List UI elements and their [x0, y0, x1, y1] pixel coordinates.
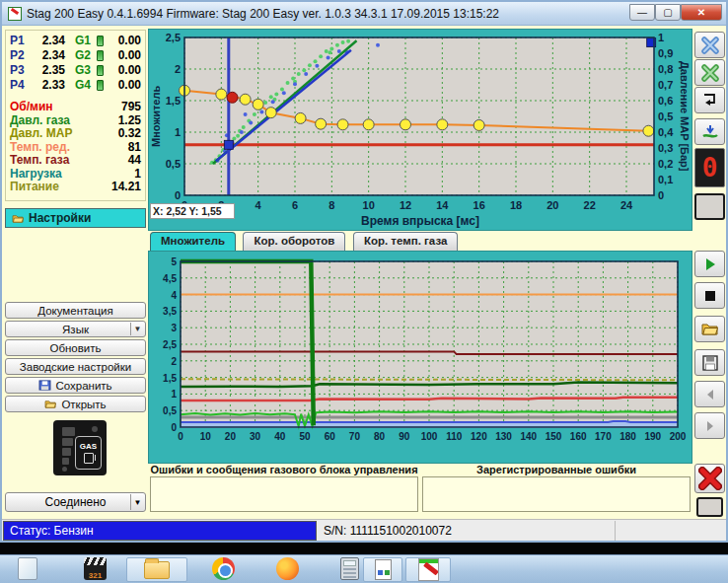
param-row: Питание14.21: [10, 181, 141, 194]
taskbar-stag-button[interactable]: [405, 557, 451, 582]
svg-text:1: 1: [175, 126, 181, 138]
svg-text:30: 30: [250, 431, 261, 442]
small-gray-button[interactable]: [696, 497, 723, 517]
svg-text:0,9: 0,9: [658, 47, 673, 59]
tab-rpm-correction[interactable]: Кор. оборотов: [243, 232, 345, 251]
open-folder-icon: [12, 213, 25, 224]
taskbar-viewer-button[interactable]: [363, 557, 402, 582]
title-bar[interactable]: Stag 200 Easy 0.4.1.6994 Firmware: Stag …: [2, 2, 726, 26]
taskbar-chrome-icon[interactable]: [212, 557, 235, 580]
factory-settings-button[interactable]: Заводские настройки: [5, 358, 146, 375]
taskbar-media-player-icon[interactable]: 321: [84, 557, 107, 580]
gas-switch-button[interactable]: GAS: [75, 436, 102, 470]
green-cross-button[interactable]: [694, 59, 725, 86]
svg-text:8: 8: [328, 199, 334, 211]
fuel-status-badge: Статус: Бензин: [3, 521, 317, 541]
injector-icon: [97, 36, 104, 46]
loop-button[interactable]: [694, 87, 725, 113]
live-parameters-panel: P1 2.34 G1 0.00 P2 2.34 G2 0.00 P3 2.35 …: [5, 30, 146, 201]
multiplier-plot[interactable]: 02468101214161820222400,511,522,500,10,2…: [149, 30, 693, 232]
tab-gas-temp-correction[interactable]: Кор. темп. газа: [353, 232, 458, 251]
language-button[interactable]: Язык ▼: [5, 321, 146, 337]
update-button[interactable]: Обновить: [5, 339, 146, 356]
scope-next-button[interactable]: [694, 412, 725, 439]
svg-text:0: 0: [175, 189, 181, 201]
svg-text:120: 120: [471, 431, 487, 442]
controller-errors-box[interactable]: [150, 476, 418, 512]
digit-display: 0: [694, 148, 725, 187]
chevron-down-icon[interactable]: ▼: [130, 494, 144, 510]
close-button[interactable]: ✕: [681, 4, 722, 21]
documentation-button[interactable]: Документация: [5, 302, 146, 319]
svg-text:170: 170: [595, 431, 612, 442]
svg-text:0: 0: [658, 189, 664, 201]
blank-button[interactable]: [694, 193, 725, 220]
arrow-left-icon: [703, 388, 717, 401]
svg-text:0,2: 0,2: [658, 158, 673, 170]
taskbar-explorer-button[interactable]: [126, 557, 187, 582]
client-area: P1 2.34 G1 0.00 P2 2.34 G2 0.00 P3 2.35 …: [2, 26, 726, 541]
svg-text:0,6: 0,6: [658, 95, 673, 107]
oscilloscope-chart[interactable]: 0102030405060708090100110120130140150160…: [148, 251, 692, 464]
svg-text:20: 20: [225, 431, 237, 442]
svg-text:22: 22: [584, 199, 596, 211]
settings-button[interactable]: Настройки: [5, 208, 146, 228]
clear-errors-button[interactable]: [694, 464, 725, 493]
svg-text:1,5: 1,5: [163, 373, 177, 384]
maximize-button[interactable]: ▢: [655, 4, 681, 21]
registered-errors-box[interactable]: [422, 476, 691, 512]
svg-text:110: 110: [446, 431, 463, 442]
scope-play-button[interactable]: [694, 251, 725, 277]
svg-text:180: 180: [619, 431, 636, 442]
stop-icon: [704, 290, 716, 302]
taskbar-notepad-icon[interactable]: [18, 557, 37, 580]
svg-text:4: 4: [255, 199, 262, 211]
svg-text:2,5: 2,5: [163, 339, 177, 350]
scope-stop-button[interactable]: [694, 282, 725, 309]
taskbar-firefox-icon[interactable]: [276, 557, 299, 580]
blue-cross-icon: [700, 36, 720, 55]
svg-text:10: 10: [363, 199, 375, 211]
svg-text:60: 60: [325, 431, 336, 442]
svg-text:4: 4: [171, 290, 177, 301]
svg-text:80: 80: [374, 431, 386, 442]
svg-text:190: 190: [644, 431, 661, 442]
svg-text:2: 2: [175, 63, 181, 75]
param-row: Темп. ред.81: [10, 141, 141, 155]
scope-save-button[interactable]: [694, 349, 725, 376]
save-button[interactable]: Сохранить: [5, 377, 146, 394]
taskbar: 321: [0, 554, 728, 583]
floppy-icon: [38, 380, 51, 391]
scope-prev-button[interactable]: [694, 381, 725, 407]
svg-text:0,8: 0,8: [658, 63, 673, 75]
chevron-down-icon[interactable]: ▼: [130, 323, 144, 335]
tab-multiplier[interactable]: Множитель: [150, 232, 236, 251]
pressure-row: P3 2.35 G3 0.00: [10, 63, 141, 78]
autoscale-button[interactable]: [694, 118, 725, 145]
serial-number: S/N: 1111151002010072: [320, 521, 616, 541]
open-button[interactable]: Открыть: [5, 396, 146, 412]
svg-text:1: 1: [658, 32, 664, 43]
svg-text:0,3: 0,3: [658, 142, 673, 154]
param-row: Давл. газа1.25: [10, 114, 141, 128]
scope-open-button[interactable]: [694, 316, 725, 342]
svg-text:24: 24: [620, 199, 633, 211]
minimize-button[interactable]: —: [629, 4, 655, 21]
controller-errors-title: Ошибки и сообщения газового блока управл…: [148, 464, 420, 475]
svg-text:0,1: 0,1: [658, 174, 673, 185]
connection-button[interactable]: Соединено ▼: [5, 492, 146, 512]
multiplier-chart[interactable]: Множитель 02468101214161820222400,511,52…: [148, 29, 692, 231]
svg-text:200: 200: [670, 431, 687, 442]
taskbar-calculator-icon[interactable]: [340, 557, 359, 580]
blue-cross-button[interactable]: [694, 32, 725, 58]
svg-text:0: 0: [178, 431, 183, 442]
folder-icon: [144, 561, 170, 579]
svg-text:0,5: 0,5: [658, 110, 673, 122]
svg-text:4,5: 4,5: [163, 273, 177, 284]
pressure-row: P4 2.33 G4 0.00: [10, 78, 141, 93]
errors-section: Ошибки и сообщения газового блока управл…: [148, 464, 692, 515]
oscilloscope-plot[interactable]: 0102030405060708090100110120130140150160…: [149, 252, 693, 465]
open-folder-icon: [44, 399, 57, 409]
pressure-row: P1 2.34 G1 0.00: [10, 34, 141, 48]
svg-text:100: 100: [421, 431, 438, 442]
